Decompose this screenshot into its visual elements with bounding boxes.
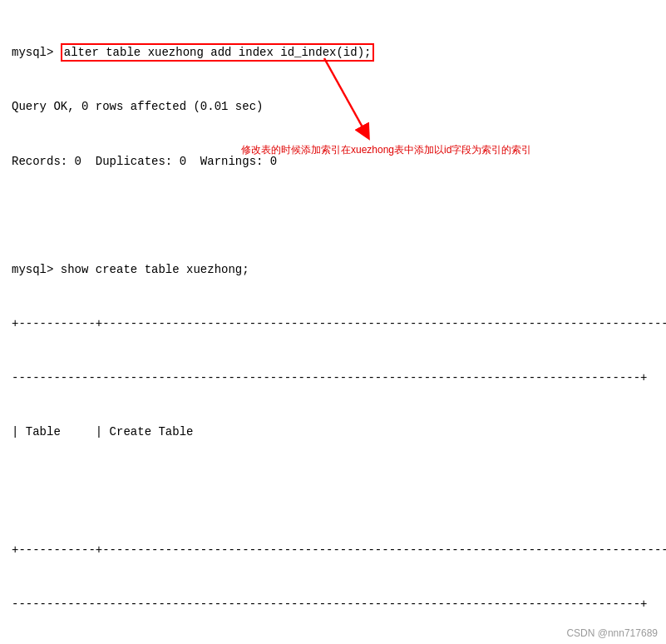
watermark: CSDN @nnn717689 — [566, 627, 658, 639]
line-blank — [12, 478, 654, 496]
line-6: +-----------+---------------------------… — [12, 315, 654, 334]
terminal-output: mysql> alter table xuezhong add index id… — [0, 0, 666, 522]
terminal-output-2: +-----------+---------------------------… — [0, 505, 666, 644]
mysql-prompt: mysql> — [12, 46, 61, 59]
sep-line-2: ----------------------------------------… — [12, 596, 654, 614]
line-4 — [12, 207, 654, 225]
line-8: | Table | Create Table — [12, 424, 654, 442]
sep-line-1: +-----------+---------------------------… — [12, 542, 654, 560]
annotation-container: 修改表的时候添加索引在xuezhong表中添加以id字段为索引的索引 — [241, 143, 531, 157]
annotation-text: 修改表的时候添加索引在xuezhong表中添加以id字段为索引的索引 — [241, 144, 531, 156]
command-highlighted: alter table xuezhong add index id_index(… — [61, 43, 375, 62]
line-5: mysql> show create table xuezhong; — [12, 261, 654, 280]
line-1: mysql> alter table xuezhong add index id… — [12, 44, 654, 62]
line-2: Query OK, 0 rows affected (0.01 sec) — [12, 98, 654, 116]
line-7: ----------------------------------------… — [12, 369, 654, 388]
